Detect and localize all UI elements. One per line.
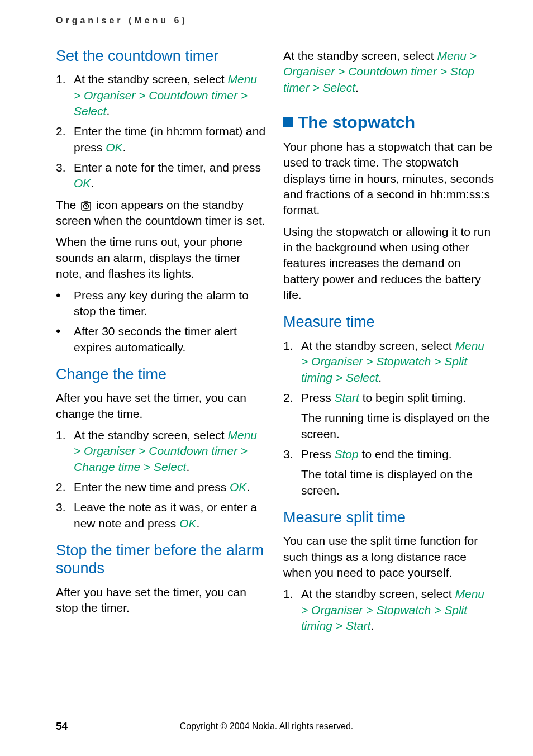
heading-measure-split-time: Measure split time bbox=[283, 508, 494, 526]
countdown-timer-icon bbox=[80, 200, 92, 211]
text: . bbox=[355, 81, 359, 94]
step-number: 2. bbox=[56, 479, 74, 495]
step-number: 3. bbox=[56, 500, 74, 531]
left-column: Set the countdown timer 1. At the standb… bbox=[56, 37, 266, 639]
step-number: 1. bbox=[283, 586, 301, 634]
heading-measure-time: Measure time bbox=[283, 313, 494, 331]
text: . bbox=[378, 371, 382, 384]
text: At the standby screen, select bbox=[301, 339, 455, 352]
right-column: At the standby screen, select Menu > Org… bbox=[283, 37, 494, 639]
step-subtext: The total time is displayed on the scree… bbox=[301, 467, 494, 498]
step-number: 1. bbox=[56, 72, 74, 119]
section-square-icon bbox=[283, 117, 293, 127]
page-header: Organiser (Menu 6) bbox=[0, 0, 533, 26]
heading-stop-timer: Stop the timer before the alarm sounds bbox=[56, 541, 266, 578]
text: . bbox=[370, 619, 374, 632]
stopwatch-p1: Your phone has a stopwatch that can be u… bbox=[283, 139, 494, 218]
bullet-text: Press any key during the alarm to stop t… bbox=[74, 288, 266, 320]
list-item: 3. Enter a note for the timer, and press… bbox=[56, 160, 266, 192]
text: to end the timing. bbox=[359, 448, 452, 460]
text: . bbox=[186, 460, 189, 473]
heading-stopwatch: The stopwatch bbox=[283, 112, 494, 132]
step-number: 2. bbox=[56, 123, 74, 155]
bullet-text: After 30 seconds the timer alert expires… bbox=[74, 324, 266, 355]
step-text: At the standby screen, select Menu > Org… bbox=[74, 427, 266, 475]
step-text: Enter the time (in hh:mm format) and pre… bbox=[74, 123, 266, 155]
step-number: 3. bbox=[283, 446, 301, 498]
text: Enter the new time and press bbox=[74, 481, 230, 493]
stop-timer-continuation: At the standby screen, select Menu > Org… bbox=[283, 48, 494, 96]
list-item: 1. At the standby screen, select Menu > … bbox=[56, 72, 266, 119]
text: . bbox=[246, 481, 250, 493]
change-time-intro: After you have set the timer, you can ch… bbox=[56, 390, 266, 422]
step-text: At the standby screen, select Menu > Org… bbox=[301, 586, 494, 634]
step-subtext: The running time is displayed on the scr… bbox=[301, 410, 494, 442]
stopwatch-p2: Using the stopwatch or allowing it to ru… bbox=[283, 224, 494, 303]
heading-set-countdown-timer: Set the countdown timer bbox=[56, 47, 266, 65]
text: Enter a note for the timer, and press bbox=[74, 161, 261, 174]
text: At the standby screen, select bbox=[301, 587, 455, 600]
text: . bbox=[123, 141, 126, 154]
set-timer-steps: 1. At the standby screen, select Menu > … bbox=[56, 72, 266, 191]
measure-time-steps: 1. At the standby screen, select Menu > … bbox=[283, 338, 494, 498]
bullet-icon: • bbox=[56, 324, 74, 355]
step-number: 1. bbox=[56, 427, 74, 475]
ok-label: OK bbox=[230, 481, 246, 493]
step-text: At the standby screen, select Menu > Org… bbox=[74, 72, 266, 119]
text: The bbox=[56, 198, 79, 211]
step-number: 3. bbox=[56, 160, 74, 192]
start-label: Start bbox=[335, 391, 359, 404]
text: At the standby screen, select bbox=[74, 73, 227, 85]
set-timer-bullets: • Press any key during the alarm to stop… bbox=[56, 288, 266, 355]
ok-label: OK bbox=[106, 141, 122, 154]
text: Leave the note as it was, or enter a new… bbox=[74, 501, 257, 529]
section-title: The stopwatch bbox=[298, 113, 415, 131]
step-text: Press Stop to end the timing. The total … bbox=[301, 446, 494, 498]
text: Press bbox=[301, 391, 335, 404]
step-text: Enter the new time and press OK. bbox=[74, 479, 250, 495]
step-text: Enter a note for the timer, and press OK… bbox=[74, 160, 266, 192]
ok-label: OK bbox=[74, 177, 91, 189]
text: . bbox=[91, 177, 94, 189]
heading-change-time: Change the time bbox=[56, 365, 266, 383]
text: to begin split timing. bbox=[359, 391, 466, 404]
step-text: At the standby screen, select Menu > Org… bbox=[301, 338, 494, 386]
stop-label: Stop bbox=[335, 448, 359, 460]
step-number: 2. bbox=[283, 390, 301, 442]
list-item: • After 30 seconds the timer alert expir… bbox=[56, 324, 266, 355]
list-item: 2. Enter the new time and press OK. bbox=[56, 479, 266, 495]
step-number: 1. bbox=[283, 338, 301, 386]
page-footer: 54 Copyright © 2004 Nokia. All rights re… bbox=[0, 721, 533, 731]
list-item: • Press any key during the alarm to stop… bbox=[56, 288, 266, 320]
list-item: 1. At the standby screen, select Menu > … bbox=[283, 586, 494, 634]
text: At the standby screen, select bbox=[283, 49, 437, 62]
measure-split-intro: You can use the split time function for … bbox=[283, 533, 494, 581]
list-item: 2. Enter the time (in hh:mm format) and … bbox=[56, 123, 266, 155]
copyright-text: Copyright © 2004 Nokia. All rights reser… bbox=[0, 721, 533, 731]
list-item: 3. Leave the note as it was, or enter a … bbox=[56, 500, 266, 531]
text: At the standby screen, select bbox=[74, 429, 227, 441]
icon-paragraph: The icon appears on the standby screen w… bbox=[56, 197, 266, 229]
bullet-icon: • bbox=[56, 288, 74, 320]
content-columns: Set the countdown timer 1. At the standb… bbox=[0, 26, 533, 639]
timeout-paragraph: When the time runs out, your phone sound… bbox=[56, 234, 266, 282]
list-item: 3. Press Stop to end the timing. The tot… bbox=[283, 446, 494, 498]
step-text: Leave the note as it was, or enter a new… bbox=[74, 500, 266, 531]
ok-label: OK bbox=[179, 517, 196, 530]
page-number: 54 bbox=[56, 720, 68, 733]
text: Enter the time (in hh:mm format) and pre… bbox=[74, 125, 265, 153]
text: . bbox=[106, 104, 110, 117]
measure-split-steps: 1. At the standby screen, select Menu > … bbox=[283, 586, 494, 634]
list-item: 2. Press Start to begin split timing. Th… bbox=[283, 390, 494, 442]
stop-timer-intro: After you have set the timer, you can st… bbox=[56, 584, 266, 616]
list-item: 1. At the standby screen, select Menu > … bbox=[283, 338, 494, 386]
step-text: Press Start to begin split timing. The r… bbox=[301, 390, 494, 442]
text: . bbox=[196, 517, 199, 530]
change-time-steps: 1. At the standby screen, select Menu > … bbox=[56, 427, 266, 531]
text: Press bbox=[301, 448, 335, 460]
list-item: 1. At the standby screen, select Menu > … bbox=[56, 427, 266, 475]
